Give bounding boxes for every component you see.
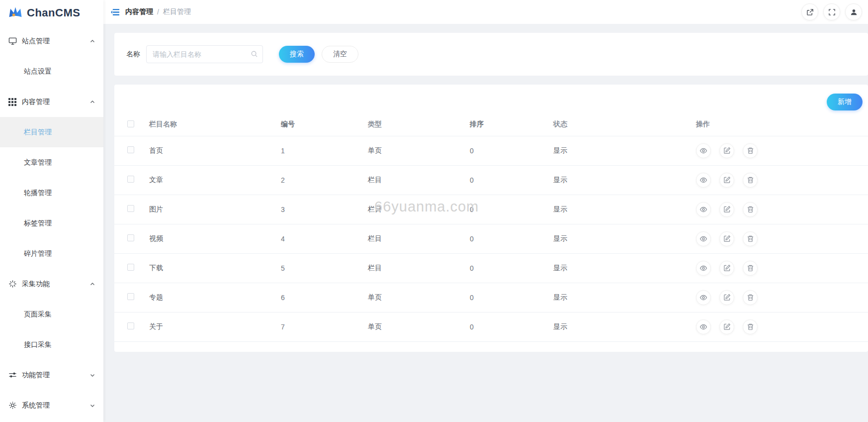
chevron-up-icon (89, 281, 95, 287)
view-button[interactable] (696, 231, 711, 246)
sidebar-item-fragment-management[interactable]: 碎片管理 (0, 238, 103, 269)
delete-icon (747, 147, 754, 154)
row-checkbox[interactable] (127, 234, 134, 241)
delete-button[interactable] (743, 319, 758, 334)
delete-button[interactable] (743, 231, 758, 246)
add-button[interactable]: 新增 (827, 94, 863, 110)
row-checkbox[interactable] (127, 205, 134, 212)
top-bar: 内容管理 / 栏目管理 (103, 0, 868, 24)
sidebar-fold-icon[interactable] (108, 5, 122, 19)
cell-status: 显示 (553, 195, 696, 224)
cell-id: 4 (281, 224, 368, 253)
delete-button[interactable] (743, 202, 758, 217)
cell-sort: 0 (470, 283, 553, 312)
view-icon (699, 147, 707, 155)
column-table: 栏目名称 编号 类型 排序 状态 操作 首页 1 单页 0 显示 (114, 113, 868, 342)
fullscreen-button[interactable] (823, 3, 840, 20)
view-button[interactable] (696, 290, 711, 305)
search-panel: 名称 搜索 清空 (114, 33, 868, 76)
cell-type: 单页 (368, 312, 470, 341)
row-actions (696, 173, 868, 188)
table-row: 专题 6 单页 0 显示 (114, 283, 868, 312)
column-header-id: 编号 (281, 113, 368, 136)
delete-button[interactable] (743, 261, 758, 276)
column-header-name: 栏目名称 (149, 113, 281, 136)
delete-icon (747, 264, 754, 272)
page-content: 名称 搜索 清空 新增 (103, 24, 868, 422)
row-actions (696, 202, 868, 217)
row-checkbox[interactable] (127, 176, 134, 183)
sidebar-item-collect-function[interactable]: 采集功能 (0, 269, 103, 299)
search-input[interactable] (146, 45, 263, 63)
select-all-checkbox[interactable] (127, 120, 134, 127)
delete-button[interactable] (743, 173, 758, 188)
view-button[interactable] (696, 202, 711, 217)
edit-button[interactable] (719, 202, 734, 217)
sidebar-item-column-management[interactable]: 栏目管理 (0, 117, 103, 147)
sidebar-item-site-management[interactable]: 站点管理 (0, 26, 103, 56)
sidebar-item-api-collect[interactable]: 接口采集 (0, 329, 103, 360)
logo-icon (8, 5, 23, 21)
delete-button[interactable] (743, 143, 758, 158)
sidebar-item-page-collect[interactable]: 页面采集 (0, 299, 103, 329)
external-link-button[interactable] (801, 3, 818, 20)
delete-icon (747, 235, 754, 242)
delete-button[interactable] (743, 290, 758, 305)
sidebar-item-system-management[interactable]: 系统管理 (0, 390, 103, 421)
search-button[interactable]: 搜索 (279, 46, 315, 63)
delete-icon (747, 294, 754, 301)
edit-icon (723, 147, 731, 154)
edit-button[interactable] (719, 231, 734, 246)
sidebar-item-feature-management[interactable]: 功能管理 (0, 360, 103, 390)
table-row: 首页 1 单页 0 显示 (114, 136, 868, 165)
clear-button[interactable]: 清空 (322, 46, 358, 63)
row-checkbox[interactable] (127, 146, 134, 153)
sidebar-item-label: 功能管理 (22, 371, 89, 380)
table-row: 下载 5 栏目 0 显示 (114, 253, 868, 283)
cell-status: 显示 (553, 165, 696, 195)
cell-type: 单页 (368, 283, 470, 312)
view-icon (699, 176, 707, 184)
view-button[interactable] (696, 173, 711, 188)
view-button[interactable] (696, 261, 711, 276)
row-checkbox[interactable] (127, 293, 134, 300)
view-button[interactable] (696, 143, 711, 158)
view-button[interactable] (696, 319, 711, 334)
row-actions (696, 231, 868, 246)
cell-type: 栏目 (368, 165, 470, 195)
cell-name: 专题 (149, 283, 281, 312)
row-actions (696, 319, 868, 334)
edit-button[interactable] (719, 319, 734, 334)
row-checkbox[interactable] (127, 322, 134, 329)
sliders-icon (8, 371, 17, 380)
monitor-icon (8, 37, 17, 46)
cell-status: 显示 (553, 224, 696, 253)
search-icon (251, 50, 258, 59)
table-header-row: 栏目名称 编号 类型 排序 状态 操作 (114, 113, 868, 136)
edit-icon (723, 323, 731, 330)
cell-name: 首页 (149, 136, 281, 165)
cell-sort: 0 (470, 195, 553, 224)
sidebar-item-content-management[interactable]: 内容管理 (0, 87, 103, 117)
edit-icon (723, 235, 731, 242)
edit-button[interactable] (719, 290, 734, 305)
grid-icon (8, 98, 17, 106)
sidebar-item-carousel-management[interactable]: 轮播管理 (0, 178, 103, 208)
sidebar: ChanCMS 站点管理 站点设置 (0, 0, 103, 422)
edit-button[interactable] (719, 261, 734, 276)
main-area: 内容管理 / 栏目管理 (103, 0, 868, 422)
cell-type: 栏目 (368, 195, 470, 224)
edit-button[interactable] (719, 173, 734, 188)
row-checkbox[interactable] (127, 264, 134, 271)
cell-name: 图片 (149, 195, 281, 224)
user-button[interactable] (845, 3, 862, 20)
breadcrumb-section[interactable]: 内容管理 (125, 7, 153, 16)
edit-button[interactable] (719, 143, 734, 158)
sidebar-item-article-management[interactable]: 文章管理 (0, 147, 103, 178)
magic-icon (8, 280, 17, 289)
cell-status: 显示 (553, 136, 696, 165)
sidebar-item-site-settings[interactable]: 站点设置 (0, 56, 103, 87)
chevron-up-icon (89, 38, 95, 44)
sidebar-item-tag-management[interactable]: 标签管理 (0, 208, 103, 238)
row-actions (696, 143, 868, 158)
